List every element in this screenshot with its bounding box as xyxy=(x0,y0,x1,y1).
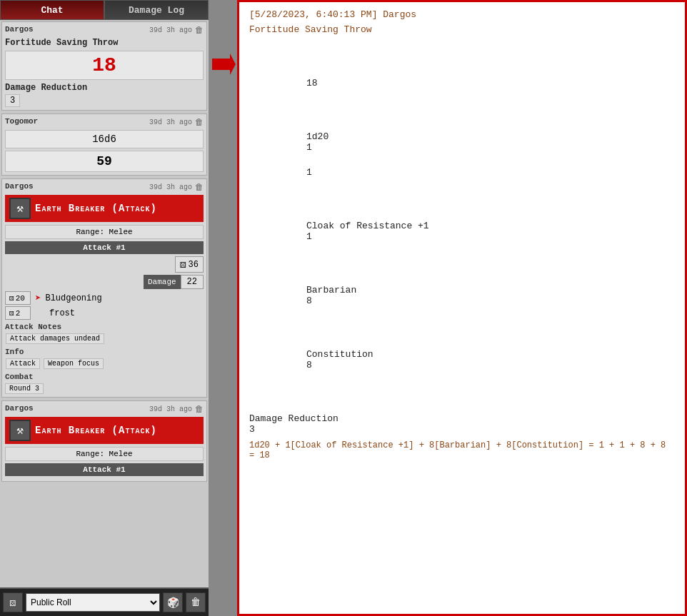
weapon-title: Earth Breaker (Attack) xyxy=(35,203,157,214)
chat-card-togomor: Togomor 39d 3h ago 🗑 16d6 59 xyxy=(1,113,207,176)
log-base-val: 1 xyxy=(249,167,675,178)
combat-section: Combat Round 3 xyxy=(5,373,204,394)
combat-tag-0[interactable]: Round 3 xyxy=(5,383,44,394)
roll-type-select[interactable]: Public Roll Private Roll Self Roll xyxy=(26,593,160,612)
trash-icon-button[interactable]: 🗑 xyxy=(186,592,206,612)
damage-types: ⚄ 20 ➤ Bludgeoning ⚄ 2 frost xyxy=(5,291,204,320)
delete-icon[interactable]: 🗑 xyxy=(195,182,204,193)
log-dice-label: 1d20 xyxy=(249,131,675,142)
log-bonus-1-name: Barbarian xyxy=(249,285,675,296)
damage-row: Damage 22 xyxy=(5,275,204,289)
log-section: [5/28/2023, 6:40:13 PM] Dargos Fortitude… xyxy=(249,9,675,35)
card-timestamp: 39d 3h ago xyxy=(149,183,192,191)
log-total: 18 xyxy=(249,78,675,89)
delete-icon[interactable]: 🗑 xyxy=(195,117,204,128)
card-header: Dargos 39d 3h ago 🗑 xyxy=(5,182,204,193)
log-dice-result: 1 xyxy=(249,142,675,153)
card-user: Dargos xyxy=(5,25,34,36)
log-bonus-val-2: 8 xyxy=(306,360,312,370)
weapon-title: Earth Breaker (Attack) xyxy=(35,425,157,436)
log-formula: 1d20 + 1[Cloak of Resistance +1] + 8[Bar… xyxy=(249,440,675,460)
log-dice-result-val: 1 xyxy=(306,142,312,153)
log-total-section: 18 xyxy=(249,78,675,89)
log-title: Fortitude Saving Throw xyxy=(249,24,675,35)
dmg-reduction-label: Damage Reduction xyxy=(5,83,204,93)
weapon-header: ⚒ Earth Breaker (Attack) xyxy=(5,195,204,222)
info-tags: Attack Weapon focus xyxy=(5,358,204,370)
card-header: Dargos 39d 3h ago 🗑 xyxy=(5,25,204,36)
tab-chat[interactable]: Chat xyxy=(0,0,104,20)
log-total-val: 18 xyxy=(306,78,318,89)
damage-val: 22 xyxy=(181,275,204,289)
attack-notes-tags: Attack damages undead xyxy=(5,331,204,345)
attack-notes-section: Attack Notes Attack damages undead xyxy=(5,323,204,345)
card-meta: 39d 3h ago 🗑 xyxy=(149,25,204,36)
range-box: Range: Melee xyxy=(5,447,204,461)
log-bonus-name-2: Constitution xyxy=(306,349,373,360)
attack-roll-box: ⚄ 36 xyxy=(175,256,204,273)
dmg-val-0: 20 xyxy=(16,294,25,303)
dmg-type-row-1: ⚄ 2 frost xyxy=(5,306,204,320)
tab-chat-label: Chat xyxy=(41,5,63,16)
togomor-dice: 16d6 xyxy=(5,130,204,148)
card-user: Dargos xyxy=(5,404,34,415)
log-header: [5/28/2023, 6:40:13 PM] Dargos xyxy=(249,9,675,20)
info-tag-weapon-focus[interactable]: Weapon focus xyxy=(44,358,104,369)
dmg-type-row-0: ⚄ 20 ➤ Bludgeoning xyxy=(5,291,204,305)
log-dr-val: 3 xyxy=(249,424,675,435)
log-bonus-section-3: Constitution 8 xyxy=(249,349,675,370)
dmg-type-dice-1: ⚄ 2 xyxy=(5,306,31,320)
attack-num-bar: Attack #1 xyxy=(5,463,204,476)
dmg-type-label-1: frost xyxy=(49,308,75,318)
info-tag-attack[interactable]: Attack xyxy=(6,358,40,369)
card-timestamp: 39d 3h ago xyxy=(149,26,192,34)
info-label: Info xyxy=(5,348,204,356)
tab-damage-log-label: Damage Log xyxy=(129,5,184,16)
attack-num-bar: Attack #1 xyxy=(5,241,204,254)
card-header: Togomor 39d 3h ago 🗑 xyxy=(5,117,204,128)
bottom-bar: ⚄ Public Roll Private Roll Self Roll 🎲 🗑 xyxy=(0,587,209,616)
log-base-val-text: 1 xyxy=(306,167,312,178)
card-meta: 39d 3h ago 🗑 xyxy=(149,117,204,128)
arrow-svg xyxy=(209,50,237,79)
log-bonus-name-0: Cloak of Resistance +1 xyxy=(306,221,429,231)
combat-tags: Round 3 xyxy=(5,381,204,394)
dmg-val-1: 2 xyxy=(16,309,21,318)
log-bonus-section-2: Barbarian 8 xyxy=(249,285,675,306)
dmg-dice-icon-0: ⚄ xyxy=(9,293,14,303)
delete-icon[interactable]: 🗑 xyxy=(195,25,204,36)
card-user: Togomor xyxy=(5,117,38,128)
dmg-reduction-val: 3 xyxy=(5,94,20,107)
log-dr-label: Damage Reduction xyxy=(249,413,675,424)
dice-button[interactable]: ⚄ xyxy=(3,592,23,612)
card-timestamp: 39d 3h ago xyxy=(149,405,192,413)
log-bonus-section-1: Cloak of Resistance +1 1 xyxy=(249,221,675,242)
log-bonus-val-1: 8 xyxy=(306,296,312,306)
chat-scroll: Dargos 39d 3h ago 🗑 Fortitude Saving Thr… xyxy=(0,20,209,587)
tab-bar: Chat Damage Log xyxy=(0,0,209,20)
log-bonus-0-val: 1 xyxy=(249,231,675,242)
red-arrow xyxy=(209,0,237,616)
attack-notes-label: Attack Notes xyxy=(5,323,204,331)
log-dice-section: 1d20 1 xyxy=(249,131,675,153)
tab-damage-log[interactable]: Damage Log xyxy=(104,0,209,20)
dmg-dice-icon-1: ⚄ xyxy=(9,308,14,318)
attack-roll-val: 36 xyxy=(189,260,199,270)
log-formula-section: 1d20 + 1[Cloak of Resistance +1] + 8[Bar… xyxy=(249,440,675,460)
svg-marker-0 xyxy=(212,54,236,75)
weapon-header: ⚒ Earth Breaker (Attack) xyxy=(5,417,204,444)
log-dr-section: Damage Reduction 3 xyxy=(249,413,675,435)
card-timestamp: 39d 3h ago xyxy=(149,118,192,126)
togomor-total: 59 xyxy=(5,151,204,172)
chat-card-dargos-fort: Dargos 39d 3h ago 🗑 Fortitude Saving Thr… xyxy=(1,21,207,111)
weapon-icon: ⚒ xyxy=(9,420,31,441)
attack-note-tag-0[interactable]: Attack damages undead xyxy=(6,333,104,344)
card-meta: 39d 3h ago 🗑 xyxy=(149,404,204,415)
card-header: Dargos 39d 3h ago 🗑 xyxy=(5,404,204,415)
dice-icon: ⚄ xyxy=(180,258,186,271)
log-bonus-2-name: Constitution xyxy=(249,349,675,360)
log-bonus-val-0: 1 xyxy=(306,231,312,242)
right-panel: [5/28/2023, 6:40:13 PM] Dargos Fortitude… xyxy=(237,0,687,616)
delete-icon[interactable]: 🗑 xyxy=(195,404,204,415)
camera-icon-button[interactable]: 🎲 xyxy=(163,592,183,612)
